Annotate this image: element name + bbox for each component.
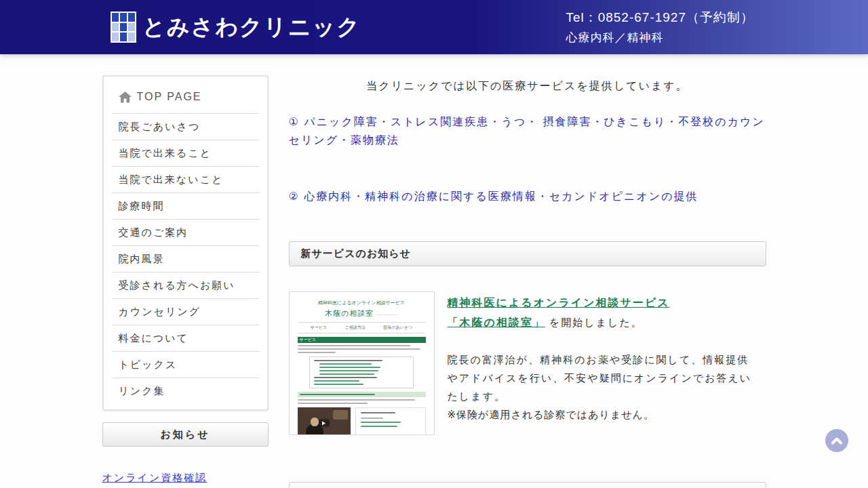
thumb-title-large: 木蔭の相談室 ───────── — [298, 308, 426, 319]
thumb-video-row — [298, 407, 426, 435]
play-icon — [319, 420, 330, 427]
thumb-nav: サービス ご相談方法 院長のあいさつ — [298, 322, 426, 333]
thumb-text-line — [298, 345, 410, 346]
clinic-logo-icon — [111, 12, 136, 43]
sidebar: TOP PAGE 院長ごあいさつ 当院で出来ること 当院で出来ないこと 診療時間… — [102, 75, 269, 488]
thumb-caption-box — [355, 407, 426, 435]
thumb-text-line — [298, 399, 416, 401]
sidebar-item-what-we-can-do[interactable]: 当院で出来ること — [112, 140, 259, 166]
link-suffix-text: を開始しました。 — [545, 317, 643, 328]
sidebar-item-fees[interactable]: 料金について — [112, 325, 259, 351]
sidebar-item-links[interactable]: リンク集 — [112, 378, 259, 404]
service-site-thumbnail[interactable]: 精神科医によるオンライン相談サービス 木蔭の相談室 ───────── サービス… — [289, 291, 435, 435]
thumb-section-bar: サービス — [298, 337, 426, 343]
header-contact: Tel：0852-67-1927（予約制） 心療内科／精神科 — [566, 9, 754, 45]
chevron-up-icon — [831, 436, 843, 445]
sidebar-item-hours[interactable]: 診療時間 — [112, 192, 259, 219]
scroll-to-top-button[interactable] — [825, 429, 848, 452]
sidebar-item-topics[interactable]: トピックス — [112, 351, 259, 378]
news-body-text: 院長の富澤治が、精神科のお薬や受診に関して、情報提供やアドバイスを行い、不安や疑… — [448, 350, 754, 424]
service-item-2: ② 心療内科・精神科の治療に関する医療情報・セカンドオピニオンの提供 — [289, 187, 766, 205]
sidebar-item-access[interactable]: 交通のご案内 — [112, 219, 259, 245]
site-brand[interactable]: とみさわクリニック — [111, 12, 361, 43]
sidebar-item-greeting[interactable]: 院長ごあいさつ — [112, 113, 259, 140]
department-label: 心療内科／精神科 — [566, 30, 754, 45]
sidebar-item-interior[interactable]: 院内風景 — [112, 245, 259, 272]
news-section-header: 新サービスのお知らせ — [289, 241, 766, 266]
sidebar-item-top-page[interactable]: TOP PAGE — [112, 77, 259, 113]
thumb-list-box — [309, 357, 414, 388]
site-title: とみさわクリニック — [142, 12, 361, 43]
sidebar-nav: TOP PAGE 院長ごあいさつ 当院で出来ること 当院で出来ないこと 診療時間… — [102, 75, 269, 411]
news-row: 精神科医によるオンライン相談サービス 木蔭の相談室 ───────── サービス… — [289, 291, 766, 435]
main-content: 当クリニックでは以下の医療サービスを提供しています。 ① パニック障害・ストレス… — [289, 75, 766, 488]
sidebar-item-counseling[interactable]: カウンセリング — [112, 298, 259, 325]
home-icon — [119, 92, 132, 103]
site-header: とみさわクリニック Tel：0852-67-1927（予約制） 心療内科／精神科 — [0, 0, 868, 54]
video-thumbnail — [298, 407, 351, 435]
sidebar-item-what-we-cannot-do[interactable]: 当院で出来ないこと — [112, 166, 259, 192]
notice-button[interactable]: お知らせ — [102, 422, 269, 447]
books-section-header: 院長の著書のご案内 — [289, 482, 766, 488]
thumb-text-line — [298, 352, 336, 353]
sidebar-item-request-to-patients[interactable]: 受診される方へお願い — [112, 272, 259, 298]
thumb-title-small: 精神科医によるオンライン相談サービス — [298, 300, 426, 306]
online-eligibility-link[interactable]: オンライン資格確認 に関するお知らせ — [102, 468, 269, 488]
sidebar-item-label: TOP PAGE — [137, 91, 202, 103]
intro-text: 当クリニックでは以下の医療サービスを提供しています。 — [289, 79, 766, 94]
news-note-text: ※保険が適用される診察ではありません。 — [448, 409, 654, 420]
thumb-subsection-bar — [298, 392, 426, 397]
thumb-text-line — [298, 348, 420, 350]
service-item-1: ① パニック障害・ストレス関連疾患・うつ・ 摂食障害・ひきこもり・不登校のカウン… — [289, 113, 766, 149]
thumb-text-line — [298, 403, 368, 404]
news-announcement: 精神科医によるオンライン相談サービス 「木蔭の相談室」 を開始しました。 院長の… — [448, 291, 754, 435]
phone-number: Tel：0852-67-1927（予約制） — [566, 9, 754, 26]
